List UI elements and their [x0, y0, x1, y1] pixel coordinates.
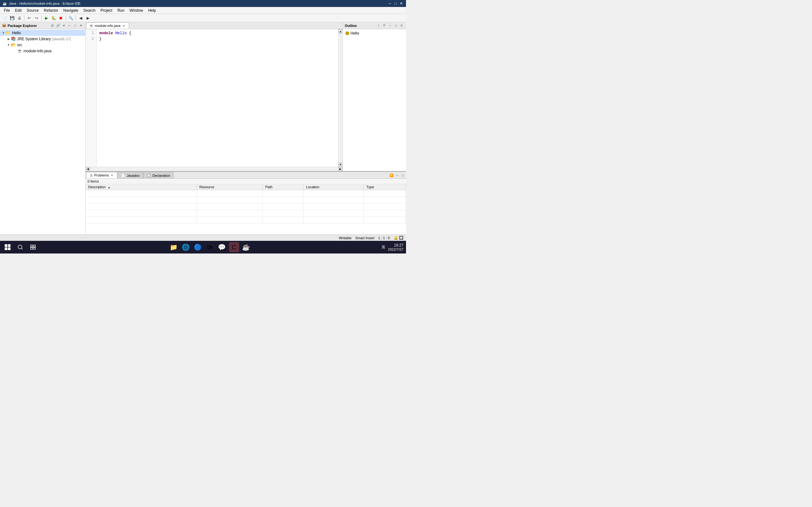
minimize-panel-button[interactable]: ─ — [67, 23, 72, 28]
code-editor[interactable]: module Hello { } — [97, 29, 338, 167]
bottom-maximize[interactable]: □ — [400, 173, 405, 178]
tree-arrow-jre: ▶ — [6, 38, 11, 41]
src-icon: 📂 — [11, 43, 16, 47]
taskbar-clock: 16:27 2022/7/27 — [388, 243, 403, 251]
outline-hide-fields[interactable]: F — [382, 23, 387, 28]
tab-problems[interactable]: ⚠ Problems ✕ — [86, 172, 117, 178]
toolbar-undo[interactable]: ↩ — [26, 14, 33, 21]
taskbar-file-explorer[interactable]: 📁 — [169, 242, 179, 252]
toolbar-next[interactable]: ▶ — [84, 14, 91, 21]
bottom-filter-button[interactable]: 🔽 — [389, 173, 394, 178]
minimize-button[interactable]: ─ — [388, 1, 392, 6]
scroll-down-button[interactable]: ▼ — [339, 162, 343, 167]
menu-file[interactable]: File — [1, 8, 12, 13]
problems-tab-close[interactable]: ✕ — [110, 174, 114, 177]
toolbar-run[interactable]: ▶ — [43, 14, 50, 21]
bottom-minimize[interactable]: ─ — [395, 173, 400, 178]
tab-declaration[interactable]: 📋 Declaration — [143, 172, 173, 178]
declaration-icon: 📋 — [147, 173, 151, 177]
sort-arrow-icon: ▲ — [108, 186, 110, 189]
taskbar-center: 📁 🌐 🔵 🛍 💬 C ☕ — [169, 242, 251, 252]
problems-icon: ⚠ — [90, 173, 93, 177]
taskbar-store[interactable]: 🛍 — [205, 242, 215, 252]
tree-item-hello[interactable]: ▼ 📁 Hello — [0, 30, 85, 36]
maximize-button[interactable]: □ — [393, 1, 398, 6]
outline-maximize[interactable]: □ — [393, 23, 398, 28]
svg-line-5 — [21, 248, 22, 249]
taskbar-edge[interactable]: 🌐 — [181, 242, 191, 252]
col-location[interactable]: Location — [304, 184, 364, 190]
outline-minimize[interactable]: ─ — [388, 23, 393, 28]
taskbar-wechat[interactable]: 💬 — [217, 242, 227, 252]
outline-header-icons: ↕ F ─ □ ✕ — [376, 23, 404, 28]
package-explorer-header-icons: ⊟ 🔗 ▾ ─ □ ✕ — [50, 23, 84, 28]
package-explorer-panel: 📦 Package Explorer ⊟ 🔗 ▾ ─ □ ✕ ▼ 📁 Hello… — [0, 22, 86, 234]
outline-item-hello[interactable]: Hello — [344, 31, 405, 36]
toolbar-new[interactable]: 📄 — [1, 14, 8, 21]
scroll-left-button[interactable]: ◀ — [86, 167, 90, 171]
line-numbers: 1 2 — [86, 29, 97, 167]
outline-close[interactable]: ✕ — [399, 23, 404, 28]
outline-tree: Hello — [343, 29, 406, 38]
table-row — [86, 210, 406, 217]
package-explorer-tree: ▼ 📁 Hello ▶ 📚 JRE System Library [JavaSE… — [0, 29, 85, 234]
svg-rect-8 — [31, 247, 33, 249]
editor-tab-close[interactable]: ✕ — [122, 24, 125, 27]
tree-item-src[interactable]: ▼ 📂 src — [0, 42, 85, 48]
problems-table-head: Description ▲ Resource Path Location Typ… — [86, 184, 406, 190]
outline-panel: Outline ↕ F ─ □ ✕ Hello — [343, 22, 406, 171]
outline-sort-button[interactable]: ↕ — [376, 23, 381, 28]
problems-table-body — [86, 190, 406, 223]
title-bar-left: ☕ Java - Hello/src/module-info.java - Ec… — [3, 2, 81, 6]
view-menu-button[interactable]: ▾ — [61, 23, 66, 28]
toolbar-redo[interactable]: ↪ — [33, 14, 40, 21]
outline-header: Outline ↕ F ─ □ ✕ — [343, 22, 406, 29]
collapse-all-button[interactable]: ⊟ — [50, 23, 55, 28]
close-button[interactable]: ✕ — [399, 1, 403, 6]
toolbar-prev[interactable]: ◀ — [77, 14, 84, 21]
bottom-panel-icons: 🔽 ─ □ — [388, 172, 406, 178]
editor-tab-icon: ☕ — [89, 24, 94, 28]
toolbar-print[interactable]: 🖨 — [16, 14, 23, 21]
taskbar-csdn[interactable]: C — [229, 242, 239, 252]
task-view-button[interactable] — [28, 242, 38, 252]
toolbar-separator-4 — [75, 15, 76, 21]
tree-item-module-info[interactable]: ▶ ☕ module-info.java — [0, 48, 85, 54]
vertical-scrollbar[interactable]: ▲ ▼ — [338, 29, 343, 167]
horizontal-scrollbar[interactable]: ◀ ▶ — [86, 167, 343, 171]
taskbar-eclipse[interactable]: ☕ — [241, 242, 251, 252]
editor-tab-module-info[interactable]: ☕ module-info.java ✕ — [86, 22, 129, 29]
search-taskbar-button[interactable] — [15, 242, 26, 252]
menu-window[interactable]: Window — [127, 8, 146, 13]
col-description[interactable]: Description ▲ — [86, 184, 197, 190]
tree-arrow-src: ▼ — [6, 43, 11, 47]
menu-refactor[interactable]: Refactor — [41, 8, 61, 13]
close-panel-button[interactable]: ✕ — [78, 23, 84, 28]
menu-search[interactable]: Search — [81, 8, 98, 13]
menu-edit[interactable]: Edit — [12, 8, 24, 13]
menu-source[interactable]: Source — [24, 8, 41, 13]
scroll-up-button[interactable]: ▲ — [339, 29, 343, 34]
bottom-toolbar: 0 items — [86, 179, 406, 184]
tree-item-jre[interactable]: ▶ 📚 JRE System Library [JavaSE-17] — [0, 36, 85, 42]
menu-project[interactable]: Project — [98, 8, 115, 13]
menu-run[interactable]: Run — [115, 8, 127, 13]
toolbar-save[interactable]: 💾 — [9, 14, 15, 21]
col-resource[interactable]: Resource — [197, 184, 263, 190]
menu-help[interactable]: Help — [146, 8, 159, 13]
toolbar-search[interactable]: 🔍 — [67, 14, 74, 21]
toolbar-stop[interactable]: ⏹ — [57, 14, 64, 21]
start-button[interactable] — [3, 242, 13, 252]
menu-navigate[interactable]: Navigate — [61, 8, 81, 13]
tab-javadoc[interactable]: 📄 Javadoc — [117, 172, 143, 178]
taskbar-chrome[interactable]: 🔵 — [193, 242, 203, 252]
maximize-panel-button[interactable]: □ — [72, 23, 78, 28]
scroll-right-button[interactable]: ▶ — [338, 167, 343, 171]
module-name-hello: Hello — [115, 31, 126, 36]
title-bar-controls: ─ □ ✕ — [388, 1, 403, 6]
link-editor-button[interactable]: 🔗 — [55, 23, 61, 28]
toolbar-debug[interactable]: 🐛 — [50, 14, 57, 21]
table-row — [86, 197, 406, 204]
col-path[interactable]: Path — [263, 184, 304, 190]
col-type[interactable]: Type — [364, 184, 406, 190]
